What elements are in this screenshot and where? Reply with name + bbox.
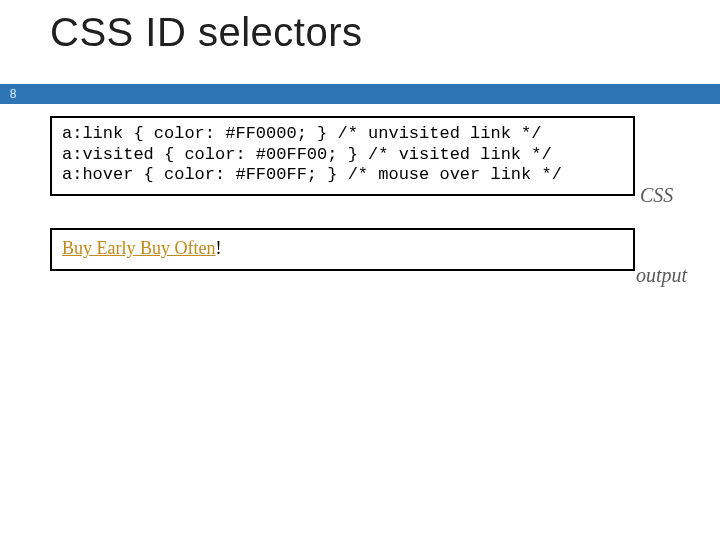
- accent-bar: [0, 84, 720, 104]
- page-number-badge: 8: [0, 84, 26, 104]
- code-label: CSS: [640, 184, 673, 207]
- code-line-3: a:hover { color: #FF00FF; } /* mouse ove…: [62, 165, 562, 184]
- slide: CSS ID selectors 8 a:link { color: #FF00…: [0, 0, 720, 540]
- output-block: Buy Early Buy Often!: [50, 228, 635, 271]
- slide-title: CSS ID selectors: [50, 10, 363, 55]
- example-link[interactable]: Buy Early Buy Often: [62, 238, 215, 258]
- output-suffix: !: [215, 238, 221, 258]
- code-line-2: a:visited { color: #00FF00; } /* visited…: [62, 145, 552, 164]
- code-line-1: a:link { color: #FF0000; } /* unvisited …: [62, 124, 541, 143]
- output-label: output: [636, 264, 687, 287]
- css-code-block: a:link { color: #FF0000; } /* unvisited …: [50, 116, 635, 196]
